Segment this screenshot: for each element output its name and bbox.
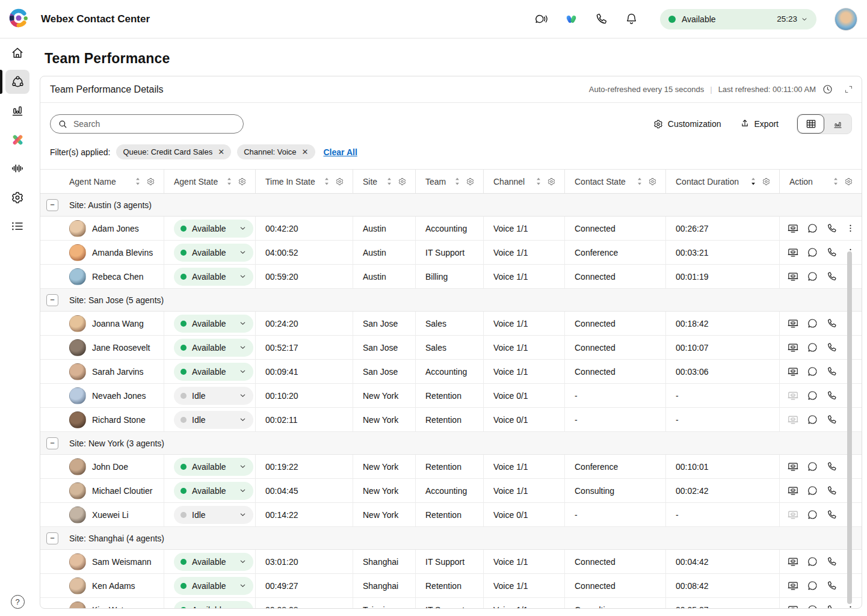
sort-arrows-icon[interactable] (324, 177, 330, 186)
call-icon[interactable] (826, 271, 838, 282)
chat-icon[interactable] (807, 580, 818, 591)
agent-state-select[interactable]: Idle (174, 411, 253, 429)
agent-state-select[interactable]: Available (174, 553, 253, 571)
call-icon[interactable] (826, 461, 838, 472)
webex-icon[interactable] (564, 12, 578, 26)
chat-icon[interactable] (807, 509, 818, 520)
chat-icon[interactable] (807, 247, 818, 258)
sidebar-item-settings[interactable] (0, 183, 35, 212)
sort-arrows-icon[interactable] (833, 177, 839, 186)
sidebar-item-team-performance[interactable] (0, 67, 35, 96)
monitor-agent-icon[interactable] (787, 604, 799, 609)
agent-state-select[interactable]: Idle (174, 387, 253, 405)
call-icon[interactable] (826, 485, 838, 496)
monitor-agent-icon[interactable] (787, 485, 799, 497)
agent-state-select[interactable]: Available (174, 315, 253, 333)
call-icon[interactable] (826, 247, 838, 258)
column-header-site[interactable]: Site (353, 170, 416, 193)
call-icon[interactable] (826, 390, 838, 401)
call-icon[interactable] (826, 342, 838, 353)
chat-icon[interactable] (807, 556, 818, 567)
agent-state-select[interactable]: Available (174, 244, 253, 262)
agent-state-select[interactable]: Available (174, 339, 253, 357)
column-settings-gear-icon[interactable] (648, 177, 657, 186)
call-icon[interactable] (826, 509, 838, 520)
remove-filter-icon[interactable]: ✕ (218, 147, 224, 156)
sidebar-item-analytics[interactable] (0, 96, 35, 125)
agent-state-select[interactable]: Available (174, 220, 253, 238)
chat-icon[interactable] (807, 271, 818, 282)
column-header-agent-state[interactable]: Agent State (164, 170, 256, 193)
call-icon[interactable] (826, 580, 838, 591)
help-icon[interactable]: ? (11, 595, 25, 609)
chat-icon[interactable] (807, 604, 818, 609)
monitor-agent-icon[interactable] (787, 223, 799, 235)
agent-status-selector[interactable]: Available 25:23 (660, 9, 816, 29)
announcement-icon[interactable] (534, 12, 548, 26)
sort-arrows-icon[interactable] (386, 177, 392, 186)
sort-arrows-icon[interactable] (535, 177, 541, 186)
chat-icon[interactable] (807, 414, 818, 425)
column-header-action[interactable]: Action (780, 170, 862, 193)
agent-state-select[interactable]: Available (174, 363, 253, 381)
chat-icon[interactable] (807, 366, 818, 377)
sort-arrows-icon[interactable] (750, 177, 756, 186)
agent-state-select[interactable]: Available (174, 601, 253, 609)
call-icon[interactable] (826, 556, 838, 567)
sort-arrows-icon[interactable] (226, 177, 232, 186)
agent-state-select[interactable]: Available (174, 268, 253, 286)
sidebar-item-flows[interactable] (0, 125, 35, 154)
column-header-channel[interactable]: Channel (484, 170, 565, 193)
column-settings-gear-icon[interactable] (762, 177, 771, 186)
column-settings-gear-icon[interactable] (335, 177, 344, 186)
call-icon[interactable] (826, 604, 838, 609)
monitor-agent-icon[interactable] (787, 461, 799, 473)
clear-all-filters-link[interactable]: Clear All (324, 147, 357, 157)
monitor-agent-icon[interactable] (787, 271, 799, 283)
call-icon[interactable] (826, 414, 838, 425)
collapse-group-button[interactable]: − (46, 199, 58, 211)
call-icon[interactable] (826, 223, 838, 234)
sort-arrows-icon[interactable] (637, 177, 643, 186)
sidebar-item-home[interactable] (0, 38, 35, 67)
remove-filter-icon[interactable]: ✕ (302, 147, 309, 156)
more-actions-icon[interactable] (845, 605, 856, 609)
monitor-agent-icon[interactable] (787, 342, 799, 354)
expand-panel-icon[interactable] (844, 85, 853, 94)
column-header-contact-state[interactable]: Contact State (565, 170, 666, 193)
vertical-scrollbar[interactable] (847, 251, 852, 604)
call-icon[interactable] (826, 318, 838, 329)
agent-state-select[interactable]: Available (174, 482, 253, 500)
export-button[interactable]: Export (739, 119, 779, 129)
monitor-agent-icon[interactable] (787, 247, 799, 259)
sort-arrows-icon[interactable] (135, 177, 141, 186)
monitor-agent-icon[interactable] (787, 556, 799, 568)
column-settings-gear-icon[interactable] (466, 177, 475, 186)
monitor-agent-icon[interactable] (787, 366, 799, 378)
sort-arrows-icon[interactable] (454, 177, 460, 186)
chat-icon[interactable] (807, 342, 818, 353)
monitor-agent-icon[interactable] (787, 580, 799, 592)
column-header-agent-name[interactable]: Agent Name (40, 170, 164, 193)
column-header-team[interactable]: Team (416, 170, 484, 193)
sidebar-item-tasks[interactable] (0, 212, 35, 241)
search-input[interactable] (73, 119, 236, 129)
collapse-group-button[interactable]: − (46, 532, 58, 544)
collapse-group-button[interactable]: − (46, 294, 58, 306)
call-icon[interactable] (826, 366, 838, 377)
chat-icon[interactable] (807, 318, 818, 329)
agent-state-select[interactable]: Available (174, 458, 253, 476)
user-avatar[interactable] (835, 8, 857, 31)
collapse-group-button[interactable]: − (46, 437, 58, 449)
column-settings-gear-icon[interactable] (238, 177, 247, 186)
chat-icon[interactable] (807, 485, 818, 496)
column-settings-gear-icon[interactable] (844, 177, 853, 186)
chat-icon[interactable] (807, 461, 818, 472)
table-view-toggle[interactable] (797, 114, 824, 134)
agent-state-select[interactable]: Idle (174, 506, 253, 524)
refresh-clock-icon[interactable] (822, 84, 833, 95)
column-settings-gear-icon[interactable] (398, 177, 407, 186)
chat-icon[interactable] (807, 390, 818, 401)
agent-state-select[interactable]: Available (174, 577, 253, 595)
chat-icon[interactable] (807, 223, 818, 234)
